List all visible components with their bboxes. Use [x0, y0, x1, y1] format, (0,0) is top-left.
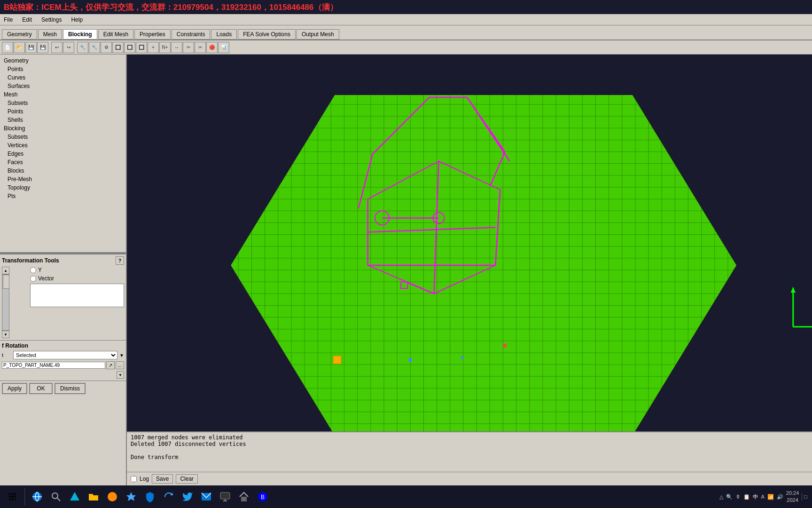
- tray-sound[interactable]: 🔊: [777, 494, 783, 500]
- tree-curves[interactable]: Curves: [2, 73, 124, 82]
- tb-new[interactable]: 📄: [2, 42, 13, 53]
- svg-marker-99: [126, 492, 136, 501]
- help-button[interactable]: ?: [116, 256, 124, 265]
- tray-mic[interactable]: 🎙: [735, 494, 741, 500]
- tb-b1[interactable]: 🔧: [77, 42, 88, 53]
- tb-b11[interactable]: ✂: [195, 42, 206, 53]
- apply-button[interactable]: Apply: [2, 383, 27, 394]
- svg-text:B: B: [261, 494, 265, 500]
- tray-datetime[interactable]: 20:24 2024: [786, 490, 799, 504]
- scroll-thumb[interactable]: [3, 275, 9, 289]
- tab-edit-mesh[interactable]: Edit Mesh: [98, 29, 133, 40]
- tb-undo[interactable]: ↩: [51, 42, 62, 53]
- tb-b8[interactable]: N+: [159, 42, 171, 53]
- tray-clipboard[interactable]: 📋: [743, 494, 750, 500]
- taskbar-teal[interactable]: [66, 488, 83, 505]
- tb-open[interactable]: 📂: [14, 42, 25, 53]
- tb-b9[interactable]: ↔: [171, 42, 182, 53]
- title-text: B站独家：ICEM上头，仅供学习交流，交流群：210979504，3192321…: [4, 2, 338, 13]
- file-browse-icon[interactable]: ↗: [106, 361, 115, 369]
- taskbar-refresh[interactable]: [160, 488, 177, 505]
- svg-line-96: [57, 498, 60, 501]
- tab-output-mesh[interactable]: Output Mesh: [297, 29, 339, 40]
- tab-properties[interactable]: Properties: [134, 29, 171, 40]
- taskbar-browser[interactable]: [29, 488, 46, 505]
- tree-blocking[interactable]: Blocking: [2, 124, 124, 133]
- tree-block-subsets[interactable]: Subsets: [2, 133, 124, 141]
- tree-blocks[interactable]: Blocks: [2, 167, 124, 175]
- tb-b5[interactable]: 🔲: [124, 42, 135, 53]
- taskbar-search[interactable]: [47, 488, 64, 505]
- tree-mesh[interactable]: Mesh: [2, 90, 124, 99]
- tree-edges[interactable]: Edges: [2, 150, 124, 158]
- log-checkbox[interactable]: [131, 476, 137, 482]
- tb-b7[interactable]: +: [148, 42, 159, 53]
- transform-title: Transformation Tools: [2, 257, 59, 264]
- tb-redo[interactable]: ↪: [63, 42, 74, 53]
- file-more-btn[interactable]: ...: [116, 361, 124, 369]
- clear-button[interactable]: Clear: [176, 474, 198, 484]
- tb-save2[interactable]: 💾: [37, 42, 48, 53]
- tray-arrow[interactable]: △: [719, 494, 723, 500]
- vector-input[interactable]: [30, 284, 124, 307]
- tb-b2[interactable]: 🔧: [89, 42, 100, 53]
- tree-mesh-points[interactable]: Points: [2, 107, 124, 116]
- tree-shells[interactable]: Shells: [2, 116, 124, 124]
- taskbar-blue-circle[interactable]: B: [254, 488, 271, 505]
- menu-file[interactable]: File: [2, 16, 15, 24]
- rotation-select[interactable]: Selected All Visible: [13, 351, 117, 359]
- tree-topology[interactable]: Topology: [2, 183, 124, 192]
- taskbar-start[interactable]: ⊞: [4, 488, 21, 505]
- taskbar-folder[interactable]: [85, 488, 102, 505]
- taskbar-monitor[interactable]: [217, 488, 234, 505]
- radio-vector[interactable]: [30, 276, 36, 282]
- taskbar-shield[interactable]: [141, 488, 158, 505]
- taskbar-home[interactable]: [235, 488, 252, 505]
- tree-points[interactable]: Points: [2, 65, 124, 73]
- tree-subsets[interactable]: Subsets: [2, 99, 124, 107]
- tb-b13[interactable]: 📊: [218, 42, 229, 53]
- tray-date: 2024: [786, 497, 799, 504]
- tree-faces[interactable]: Faces: [2, 158, 124, 167]
- tb-b3[interactable]: ⚙: [101, 42, 112, 53]
- taskbar-bird[interactable]: [179, 488, 196, 505]
- dismiss-button[interactable]: Dismiss: [55, 383, 86, 394]
- tray-search[interactable]: 🔍: [726, 494, 733, 500]
- radio-y[interactable]: [30, 267, 36, 273]
- console-buttons: Log Save Clear: [127, 472, 812, 485]
- tree-vertices[interactable]: Vertices: [2, 141, 124, 150]
- file-path-input[interactable]: [2, 362, 105, 369]
- tb-save[interactable]: 💾: [25, 42, 37, 53]
- tray-show-desktop[interactable]: □: [802, 493, 808, 500]
- tab-constraints[interactable]: Constraints: [172, 29, 211, 40]
- tab-loads[interactable]: Loads: [211, 29, 237, 40]
- tray-time: 20:24: [786, 490, 799, 497]
- tab-geometry[interactable]: Geometry: [2, 29, 37, 40]
- taskbar-orange[interactable]: [104, 488, 121, 505]
- tree-geometry[interactable]: Geometry: [2, 56, 124, 65]
- tab-blocking[interactable]: Blocking: [63, 29, 97, 40]
- taskbar-mail[interactable]: [198, 488, 215, 505]
- tree-surfaces[interactable]: Surfaces: [2, 82, 124, 90]
- tree-pts[interactable]: Pts: [2, 192, 124, 200]
- canvas-area[interactable]: [127, 55, 812, 485]
- tb-b12[interactable]: 🔴: [206, 42, 218, 53]
- menu-settings[interactable]: Settings: [39, 16, 63, 24]
- tree-pre-mesh[interactable]: Pre-Mesh: [2, 175, 124, 183]
- scroll-down[interactable]: ▼: [2, 331, 9, 338]
- save-button[interactable]: Save: [152, 474, 173, 484]
- menu-help[interactable]: Help: [69, 16, 85, 24]
- scroll-up[interactable]: ▲: [2, 267, 9, 274]
- tb-b4[interactable]: 🔲: [112, 42, 124, 53]
- scroll-down-2[interactable]: ▼: [117, 371, 124, 379]
- tb-b10[interactable]: ✂: [183, 42, 194, 53]
- tab-mesh[interactable]: Mesh: [38, 29, 62, 40]
- tb-b6[interactable]: 🔲: [136, 42, 147, 53]
- tab-fea[interactable]: FEA Solve Options: [238, 29, 296, 40]
- tray-network[interactable]: 📶: [767, 494, 774, 500]
- menu-edit[interactable]: Edit: [20, 16, 34, 24]
- ok-button[interactable]: OK: [29, 383, 53, 394]
- transform-tools-section: Transformation Tools ? ▲ ▼ Y: [0, 254, 126, 340]
- taskbar-star[interactable]: [123, 488, 140, 505]
- taskbar: ⊞ B △ 🔍 🎙 📋 中 A: [0, 485, 812, 508]
